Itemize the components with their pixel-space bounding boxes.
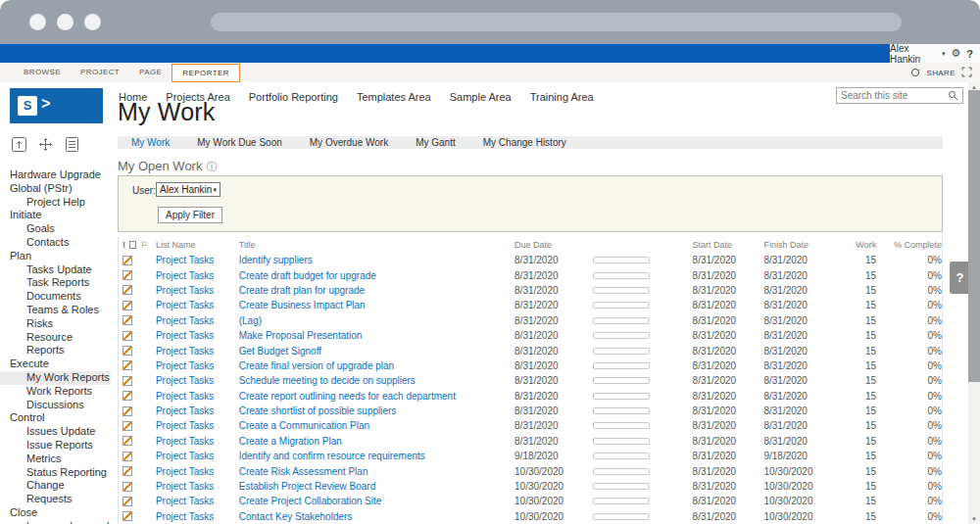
scroll-down-icon[interactable]: ▼ (968, 514, 980, 524)
task-title-link[interactable]: Create shortlist of possible suppliers (239, 405, 514, 416)
tab-my-work[interactable]: My Work (118, 136, 183, 149)
edit-item-icon[interactable] (122, 346, 132, 356)
edit-item-icon[interactable] (122, 256, 132, 265)
help-flyout-tab[interactable]: ? (950, 262, 970, 294)
list-name-link[interactable]: Project Tasks (156, 300, 239, 310)
alert-column-icon[interactable]: ! (122, 240, 125, 250)
task-title-link[interactable]: Schedule meeting to decide on suppliers (239, 375, 514, 386)
sidebar-item-execute[interactable]: Execute (0, 357, 111, 371)
header-title[interactable]: Title (239, 240, 514, 250)
sidebar-item-status-reporting[interactable]: Status Reporting (0, 466, 111, 480)
window-maximize-button[interactable] (84, 14, 101, 30)
focus-on-content-icon[interactable] (961, 64, 972, 81)
edit-item-icon[interactable] (122, 360, 132, 370)
sidebar-item-initiate[interactable]: Initiate (0, 209, 111, 222)
task-title-link[interactable]: Contact Key Stakeholders (239, 511, 514, 522)
list-name-link[interactable]: Project Tasks (156, 511, 239, 522)
sidebar-item-goals[interactable]: Goals (0, 222, 111, 236)
task-title-link[interactable]: Create Project Collaboration Site (239, 496, 514, 506)
sidebar-item-documents[interactable]: Documents (0, 290, 111, 304)
vertical-scrollbar[interactable]: ▲ ▼ (968, 82, 980, 524)
tab-my-gantt[interactable]: My Gantt (402, 136, 469, 149)
sidebar-item-resource-reports[interactable]: Resource Reports (0, 331, 111, 358)
promote-icon[interactable] (11, 136, 27, 157)
address-bar[interactable] (211, 13, 902, 31)
ribbon-tab-project[interactable]: PROJECT (71, 63, 129, 82)
sidebar-item-task-reports[interactable]: Task Reports (0, 276, 111, 290)
edit-item-icon[interactable] (122, 421, 132, 431)
window-close-button[interactable] (29, 14, 46, 30)
list-name-link[interactable]: Project Tasks (156, 420, 239, 431)
list-name-link[interactable]: Project Tasks (156, 496, 239, 506)
apply-filter-button[interactable]: Apply Filter (158, 207, 222, 223)
edit-item-icon[interactable] (122, 466, 132, 476)
edit-item-icon[interactable] (122, 285, 132, 295)
tab-my-overdue-work[interactable]: My Overdue Work (296, 136, 402, 149)
sidebar-item-risks[interactable]: Risks (0, 317, 111, 331)
sidebar-item-contacts[interactable]: Contacts (0, 236, 111, 250)
list-name-link[interactable]: Project Tasks (156, 481, 239, 492)
list-name-link[interactable]: Project Tasks (156, 405, 239, 416)
edit-item-icon[interactable] (122, 391, 132, 401)
select-all-checkbox[interactable] (129, 241, 136, 249)
help-icon[interactable]: ? (966, 48, 973, 60)
nav-portfolio-reporting[interactable]: Portfolio Reporting (249, 91, 338, 103)
list-name-link[interactable]: Project Tasks (156, 466, 239, 477)
task-title-link[interactable]: Create Risk Assessment Plan (239, 466, 514, 477)
list-name-link[interactable]: Project Tasks (156, 436, 239, 447)
window-minimize-button[interactable] (57, 14, 74, 30)
task-title-link[interactable]: Identify suppliers (239, 255, 514, 265)
list-name-link[interactable]: Project Tasks (156, 346, 239, 357)
list-name-link[interactable]: Project Tasks (156, 270, 239, 281)
sidebar-item-hardware-upgrade-global-pstr-[interactable]: Hardware Upgrade Global (PStr) (0, 168, 111, 196)
task-title-link[interactable]: Create draft plan for upgrade (239, 285, 514, 296)
sidebar-item-project-help[interactable]: Project Help (0, 196, 111, 210)
info-icon[interactable]: ⓘ (206, 161, 217, 172)
tab-my-work-due-soon[interactable]: My Work Due Soon (183, 136, 296, 149)
list-name-link[interactable]: Project Tasks (156, 375, 239, 386)
share-button[interactable]: SHARE (926, 69, 956, 77)
list-name-link[interactable]: Project Tasks (156, 360, 239, 371)
task-title-link[interactable]: Create Business Impact Plan (239, 300, 514, 310)
sharepoint-logo[interactable]: S > (10, 88, 103, 123)
task-title-link[interactable]: Create a Migration Plan (239, 436, 514, 447)
list-name-link[interactable]: Project Tasks (156, 315, 239, 326)
search-icon[interactable] (948, 87, 958, 105)
sidebar-item-change-requests[interactable]: Change Requests (0, 479, 111, 506)
list-name-link[interactable]: Project Tasks (156, 391, 239, 402)
edit-item-icon[interactable] (122, 497, 132, 506)
ribbon-tab-browse[interactable]: BROWSE (14, 63, 71, 82)
edit-item-icon[interactable] (122, 315, 132, 325)
user-filter-select[interactable]: Alex Hankin ▾ (156, 182, 220, 197)
sidebar-item-lessons-learned[interactable]: Lessons Learned (0, 520, 111, 524)
header-due-date[interactable]: Due Date (514, 240, 585, 250)
header-work[interactable]: Work (840, 240, 876, 250)
sidebar-item-metrics[interactable]: Metrics (0, 453, 111, 466)
header-percent-complete[interactable]: % Complete (876, 240, 942, 250)
nav-sample-area[interactable]: Sample Area (450, 91, 512, 103)
sidebar-item-work-reports[interactable]: Work Reports (0, 385, 111, 399)
task-title-link[interactable]: Create a Communication Plan (239, 420, 514, 431)
edit-item-icon[interactable] (122, 406, 132, 416)
edit-item-icon[interactable] (122, 482, 132, 492)
gear-icon[interactable]: ⚙ (951, 47, 960, 60)
list-name-link[interactable]: Project Tasks (156, 451, 239, 461)
list-name-link[interactable]: Project Tasks (156, 255, 239, 265)
scrollbar-thumb[interactable] (968, 90, 980, 382)
nav-templates-area[interactable]: Templates Area (357, 91, 431, 103)
edit-item-icon[interactable] (122, 511, 132, 521)
task-title-link[interactable]: Make Proposal Presentation (239, 330, 514, 341)
list-name-link[interactable]: Project Tasks (156, 330, 239, 341)
task-title-link[interactable]: Get Budget Signoff (239, 346, 514, 357)
sidebar-item-control[interactable]: Control (0, 411, 111, 425)
sidebar-item-teams-roles[interactable]: Teams & Roles (0, 304, 111, 317)
sidebar-item-tasks-update[interactable]: Tasks Update (0, 263, 111, 277)
list-name-link[interactable]: Project Tasks (156, 285, 239, 296)
edit-item-icon[interactable] (122, 270, 132, 280)
sidebar-item-close[interactable]: Close (0, 506, 111, 520)
user-menu[interactable]: Alex Hankin (890, 43, 936, 65)
flag-column-icon[interactable]: ⚐ (140, 240, 148, 250)
move-arrows-icon[interactable] (37, 136, 54, 157)
task-title-link[interactable]: Identify and confirm resource requiremen… (239, 451, 514, 461)
task-title-link[interactable]: Establish Project Review Board (239, 481, 514, 492)
